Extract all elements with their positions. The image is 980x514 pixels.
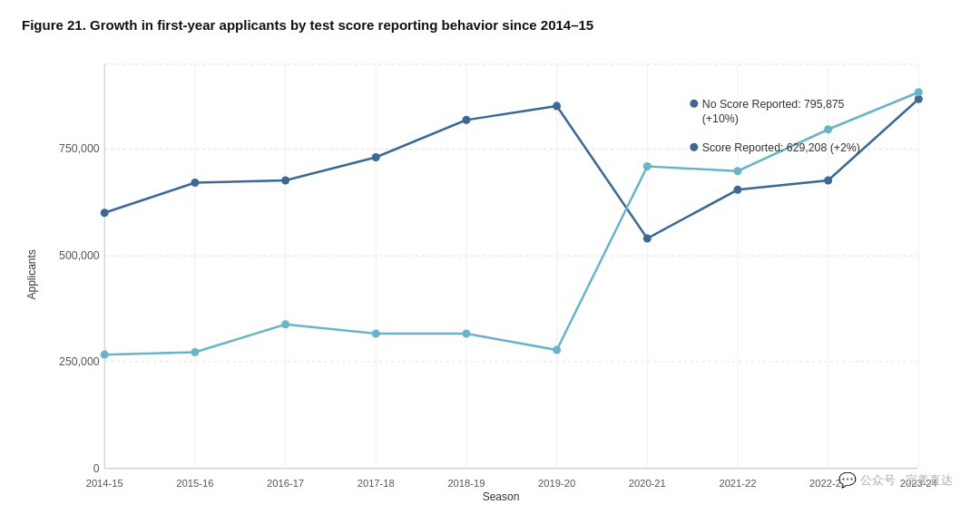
svg-text:2020-21: 2020-21: [629, 478, 666, 489]
watermark: 💬 公众号 · 完美直达: [838, 471, 953, 489]
score-reported-dot: [191, 347, 199, 355]
score-reported-dot: [915, 88, 923, 96]
no-score-dot: [553, 102, 561, 110]
watermark-icon: 💬: [838, 471, 857, 489]
no-score-dot: [101, 209, 109, 217]
score-reported-line: [104, 92, 918, 354]
score-reported-dot: [372, 329, 380, 337]
svg-text:0: 0: [93, 462, 100, 475]
svg-text:2014-15: 2014-15: [86, 478, 123, 489]
svg-text:2016-17: 2016-17: [267, 478, 304, 489]
legend-score-label: Score Reported: 629,208 (+2%): [702, 141, 860, 153]
no-score-dot: [191, 178, 199, 186]
score-reported-dot: [462, 329, 470, 337]
legend-no-score-dot: [690, 99, 698, 107]
x-axis-label: Season: [44, 490, 958, 505]
no-score-dot: [372, 152, 380, 160]
no-score-line: [104, 99, 918, 238]
score-reported-dot: [824, 125, 832, 133]
svg-text:2019-20: 2019-20: [538, 478, 575, 489]
page-wrapper: Figure 21. Growth in first-year applican…: [0, 0, 980, 514]
score-reported-dot: [643, 161, 652, 170]
score-reported-dot: [553, 345, 561, 354]
svg-text:2021-22: 2021-22: [719, 478, 756, 489]
no-score-dot: [733, 185, 741, 193]
svg-text:750,000: 750,000: [59, 141, 100, 154]
svg-text:2017-18: 2017-18: [358, 478, 395, 489]
no-score-dot: [281, 176, 289, 184]
svg-text:250,000: 250,000: [59, 355, 100, 368]
chart-inner: 0 250,000 500,000 750,000 2014-15 2015-1…: [44, 44, 958, 506]
legend-score-dot: [690, 142, 698, 150]
no-score-dot: [462, 115, 470, 123]
score-reported-dot: [733, 167, 741, 175]
chart-area: Applicants: [22, 44, 958, 506]
chart-svg: 0 250,000 500,000 750,000 2014-15 2015-1…: [44, 44, 958, 490]
svg-container: 0 250,000 500,000 750,000 2014-15 2015-1…: [44, 44, 958, 490]
svg-text:2015-16: 2015-16: [176, 478, 213, 489]
svg-text:500,000: 500,000: [59, 248, 100, 261]
score-reported-dot: [281, 320, 289, 328]
legend-no-score-label: No Score Reported: 795,875: [702, 97, 845, 110]
legend-no-score-pct: (+10%): [702, 112, 739, 124]
chart-title: Figure 21. Growth in first-year applican…: [22, 16, 958, 34]
svg-text:2018-19: 2018-19: [447, 478, 485, 489]
score-reported-dot: [101, 350, 109, 358]
no-score-dot: [824, 176, 832, 184]
no-score-dot: [643, 234, 652, 242]
y-axis-label: Applicants: [22, 44, 42, 506]
watermark-text: 公众号 · 完美直达: [860, 472, 953, 489]
